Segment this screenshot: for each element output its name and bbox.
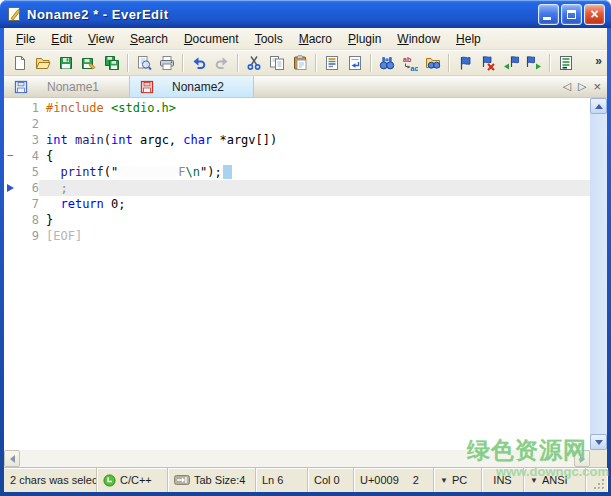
menu-view[interactable]: View <box>80 29 122 49</box>
marker-margin <box>4 116 18 132</box>
window-controls: × <box>538 4 605 25</box>
status-insert-mode[interactable]: INS <box>482 468 524 492</box>
editor[interactable]: 1#include <stdio.h>23int main(int argc, … <box>4 98 590 450</box>
maximize-button[interactable] <box>561 4 582 25</box>
resize-grip-icon <box>593 478 605 490</box>
new-icon <box>12 55 28 71</box>
undo-button[interactable] <box>187 52 210 74</box>
statusbar: 2 chars was selected C/C++ Tab Size:4 Ln… <box>4 467 607 492</box>
code-line[interactable]: 2 <box>4 116 590 132</box>
find-button[interactable] <box>375 52 398 74</box>
editor-lines: 1#include <stdio.h>23int main(int argc, … <box>4 100 590 244</box>
word-wrap-button[interactable] <box>343 52 366 74</box>
bookmark-prev-icon <box>503 55 519 71</box>
line-number: 4 <box>18 148 39 164</box>
everedit-window: Noname2 * - EverEdit × FileEditViewSearc… <box>0 0 611 496</box>
code-line[interactable]: 9[EOF] <box>4 228 590 244</box>
menu-plugin[interactable]: Plugin <box>340 29 389 49</box>
status-lexer[interactable]: C/C++ <box>97 468 168 492</box>
current-line-marker[interactable] <box>4 180 18 196</box>
menu-edit[interactable]: Edit <box>43 29 80 49</box>
fold-marker[interactable]: − <box>4 148 18 164</box>
minimize-button[interactable] <box>538 4 559 25</box>
redo-icon <box>214 55 230 71</box>
menu-window[interactable]: Window <box>389 29 448 49</box>
code-line[interactable]: 6 ; <box>4 180 590 196</box>
code-line[interactable]: 1#include <stdio.h> <box>4 100 590 116</box>
tab-size-icon <box>174 474 190 486</box>
vertical-scrollbar[interactable] <box>590 98 607 450</box>
menu-file[interactable]: File <box>8 29 43 49</box>
horizontal-scroll-track[interactable] <box>20 450 574 467</box>
bookmark-clear-icon <box>480 55 496 71</box>
scroll-right-button[interactable] <box>574 450 590 467</box>
menu-macro[interactable]: Macro <box>291 29 340 49</box>
vertical-scroll-track[interactable] <box>590 114 607 434</box>
toolbar: abac » <box>4 50 607 76</box>
horizontal-scrollbar[interactable] <box>4 450 590 467</box>
maximize-icon <box>567 10 576 19</box>
dropdown-arrow-icon: ▼ <box>440 476 448 485</box>
scroll-down-button[interactable] <box>590 434 607 450</box>
window-title: Noname2 * - EverEdit <box>27 7 538 22</box>
replace-button[interactable]: abac <box>398 52 421 74</box>
toolbar-separator <box>237 54 238 72</box>
save-as-button[interactable] <box>77 52 100 74</box>
tab-scroll-right-icon[interactable]: ▷ <box>578 80 586 93</box>
save-all-button[interactable] <box>100 52 123 74</box>
bookmark-clear-button[interactable] <box>476 52 499 74</box>
tab-close-icon[interactable]: × <box>593 79 601 94</box>
tab-noname1[interactable]: Noname1 <box>4 76 129 97</box>
new-button[interactable] <box>8 52 31 74</box>
bookmark-next-button[interactable] <box>522 52 545 74</box>
bookmark-toggle-button[interactable] <box>453 52 476 74</box>
bookmark-prev-button[interactable] <box>499 52 522 74</box>
cut-button[interactable] <box>242 52 265 74</box>
redo-button[interactable] <box>210 52 233 74</box>
format-button[interactable] <box>554 52 577 74</box>
open-button[interactable] <box>31 52 54 74</box>
resize-grip[interactable] <box>586 468 607 492</box>
paste-button[interactable] <box>288 52 311 74</box>
menu-tools[interactable]: Tools <box>247 29 291 49</box>
line-number: 3 <box>18 132 39 148</box>
menu-search[interactable]: Search <box>122 29 176 49</box>
app-icon[interactable] <box>6 6 22 22</box>
code-line[interactable]: −4{ <box>4 148 590 164</box>
window-frame: FileEditViewSearchDocumentToolsMacroPlug… <box>4 28 607 492</box>
code-line[interactable]: 3int main(int argc, char *argv[]) <box>4 132 590 148</box>
save-button[interactable] <box>54 52 77 74</box>
word-wrap-icon <box>347 55 363 71</box>
save-all-icon <box>104 55 120 71</box>
menu-document[interactable]: Document <box>176 29 247 49</box>
find-in-files-button[interactable] <box>421 52 444 74</box>
paste-icon <box>292 55 308 71</box>
status-encoding[interactable]: ▼ ANSI <box>524 468 586 492</box>
tab-noname2[interactable]: Noname2 <box>129 76 254 97</box>
code-line[interactable]: 8} <box>4 212 590 228</box>
toolbar-overflow-button[interactable]: » <box>595 54 602 68</box>
arrow-right-icon <box>580 455 585 463</box>
code-line[interactable]: 7 return 0; <box>4 196 590 212</box>
syntax-colors-button[interactable] <box>320 52 343 74</box>
code-line[interactable]: 5 printf("F\n"); <box>4 164 590 180</box>
bookmark-next-icon <box>526 55 542 71</box>
status-line-ending[interactable]: ▼ PC <box>434 468 482 492</box>
line-number: 9 <box>18 228 39 244</box>
line-number: 8 <box>18 212 39 228</box>
print-button[interactable] <box>155 52 178 74</box>
tabbar: Noname1Noname2 ◁ ▷ × <box>4 76 607 98</box>
print-preview-button[interactable] <box>132 52 155 74</box>
scroll-up-button[interactable] <box>590 98 607 114</box>
menu-help[interactable]: Help <box>448 29 489 49</box>
copy-button[interactable] <box>265 52 288 74</box>
tab-scroll-left-icon[interactable]: ◁ <box>562 80 570 93</box>
toolbar-buttons: abac <box>8 50 577 75</box>
titlebar[interactable]: Noname2 * - EverEdit × <box>0 0 611 28</box>
marker-margin <box>4 132 18 148</box>
close-button[interactable]: × <box>584 4 605 25</box>
line-number: 1 <box>18 100 39 116</box>
status-tab-size[interactable]: Tab Size:4 <box>168 468 256 492</box>
scroll-left-button[interactable] <box>4 450 20 467</box>
print-icon <box>159 55 175 71</box>
